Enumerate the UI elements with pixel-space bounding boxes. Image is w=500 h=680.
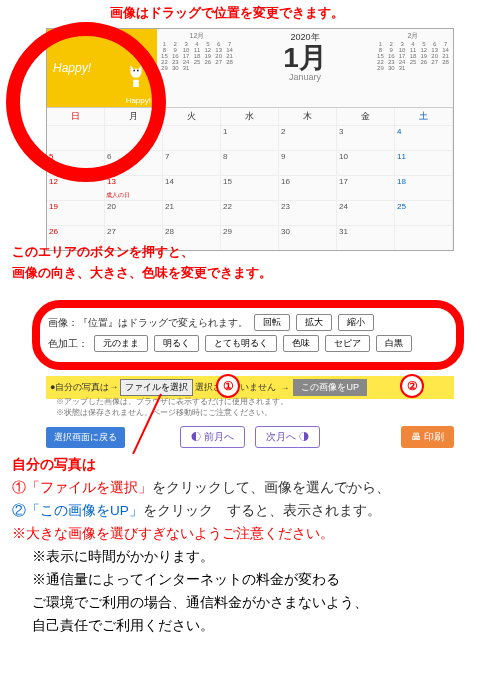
file-select-button[interactable]: ファイルを選択 bbox=[120, 379, 193, 396]
upload-image-button[interactable]: この画像をUP bbox=[293, 379, 367, 396]
color-bw-button[interactable]: 白黒 bbox=[376, 335, 412, 352]
badge-1: ① bbox=[216, 374, 240, 398]
mini-prev-month: 12月 123456789101112131415161718192021222… bbox=[157, 29, 237, 107]
color-ctrl-label: 色加工： bbox=[48, 337, 88, 351]
prev-month-button[interactable]: ◐ 前月へ bbox=[180, 426, 245, 448]
nav-row: 選択画面に戻る ◐ 前月へ 次月へ ◑ 🖶 印刷 bbox=[46, 426, 454, 448]
color-very-bright-button[interactable]: とても明るく bbox=[205, 335, 277, 352]
arrow-icon: → bbox=[280, 383, 289, 393]
back-button[interactable]: 選択画面に戻る bbox=[46, 427, 125, 448]
control-highlight-frame: 画像：『位置』はドラッグで変えられます。 回転 拡大 縮小 色加工： 元のまま … bbox=[32, 300, 464, 370]
next-month-button[interactable]: 次月へ ◑ bbox=[255, 426, 320, 448]
upload-fine-print: ※アップした画像は、ブラウザに表示するだけに使用されます。 ※状態は保存されませ… bbox=[56, 396, 288, 418]
badge-2: ② bbox=[400, 374, 424, 398]
color-sepia-button[interactable]: セピア bbox=[325, 335, 370, 352]
color-original-button[interactable]: 元のまま bbox=[94, 335, 148, 352]
mid-instruction: このエリアのボタンを押すと、 画像の向き、大きさ、色味を変更できます。 bbox=[12, 242, 272, 284]
color-bright-button[interactable]: 明るく bbox=[154, 335, 199, 352]
highlight-circle bbox=[6, 22, 166, 182]
zoom-in-button[interactable]: 拡大 bbox=[296, 314, 332, 331]
top-drag-note: 画像はドラッグで位置を変更できます。 bbox=[110, 4, 344, 22]
print-button[interactable]: 🖶 印刷 bbox=[401, 426, 454, 448]
instructions-body: 自分の写真は ①「ファイルを選択」をクリックして、画像を選んでから、 ②「この画… bbox=[12, 454, 390, 638]
color-hue-button[interactable]: 色味 bbox=[283, 335, 319, 352]
zoom-out-button[interactable]: 縮小 bbox=[338, 314, 374, 331]
upload-lead: ●自分の写真は→ bbox=[50, 381, 118, 394]
rotate-button[interactable]: 回転 bbox=[254, 314, 290, 331]
main-month-header: 2020年 1月 January bbox=[237, 29, 373, 107]
mini-next-month: 2月 1234567891011121314151617181920212223… bbox=[373, 29, 453, 107]
image-ctrl-label: 画像：『位置』はドラッグで変えられます。 bbox=[48, 316, 248, 330]
